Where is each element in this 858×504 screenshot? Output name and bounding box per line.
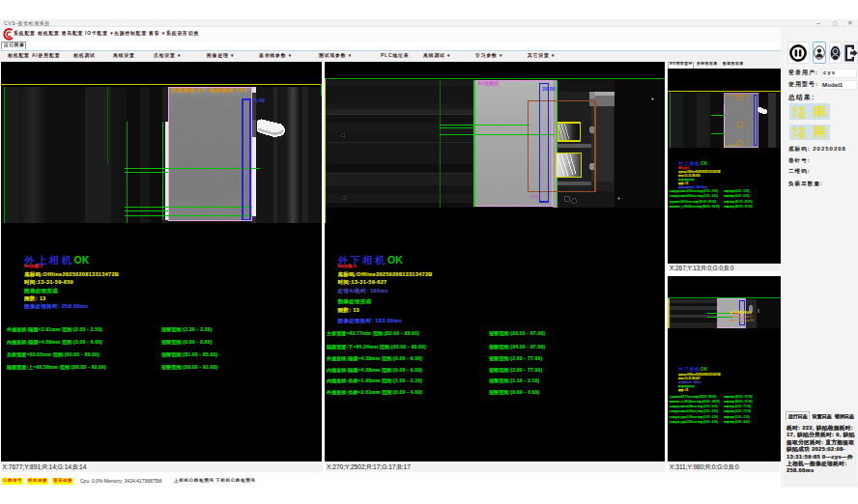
svg-text:凡图: 凡图	[530, 194, 538, 199]
svg-text:AI拉闸区: AI拉闸区	[477, 80, 499, 87]
svg-text:阈值:93,动态:100: 阈值:93,动态:100	[725, 93, 747, 97]
svg-text:缺陷数:2: 缺陷数:2	[726, 144, 737, 148]
svg-text:隔膜宽度-下检测 NG: 隔膜宽度-下检测 NG	[729, 318, 754, 322]
svg-text:28.80: 28.80	[542, 86, 556, 92]
svg-text:5.48: 5.48	[254, 97, 265, 102]
svg-text:灰度阈值:93, 动态阈值:100: 灰度阈值:93, 动态阈值:100	[170, 86, 247, 93]
